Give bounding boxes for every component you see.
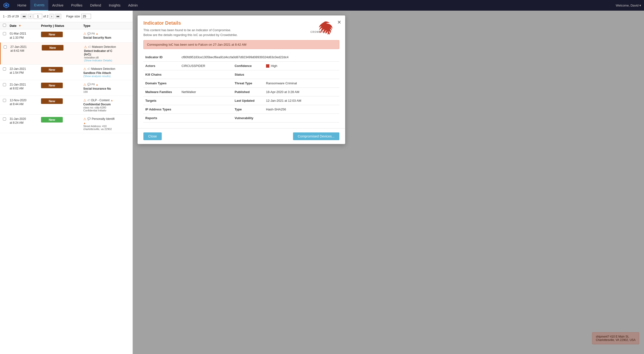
nav-events[interactable]: Events — [30, 0, 48, 11]
modal-close-button[interactable]: ✕ — [337, 19, 341, 25]
alert-icon: ⚠ — [83, 98, 86, 102]
status-badge: New — [41, 117, 63, 122]
show-analysis-link[interactable]: (Show analysis results) — [83, 75, 130, 78]
svg-text:STRIKE: STRIKE — [319, 31, 330, 33]
crowdstrike-logo-svg: CROWD STRIKE — [310, 20, 340, 35]
event-detail: Street Address: 410 — [83, 125, 130, 128]
indicator-id-value: cf80fd95183ce1305becf6ea91d4ccfa0d87d923… — [180, 53, 340, 62]
page-navigation: ⏮ ‹ of 2 › ⏭ — [21, 14, 61, 19]
domain-types-value — [180, 79, 233, 88]
event-type: ⚠ 🏷 Malware Detection Sandbox File Attac… — [83, 67, 130, 78]
row-checkbox[interactable] — [4, 45, 7, 49]
modal-title: Indicator Details — [144, 20, 310, 26]
status-badge: New — [41, 98, 63, 104]
event-title: Social Security Num — [83, 36, 130, 39]
event-detail: class no: cdip-6280 — [83, 106, 130, 109]
event-title: Detect Indicator of C(IoC): — [84, 49, 130, 56]
speech-icon: 💬 — [88, 117, 91, 120]
status-label: Status — [233, 70, 264, 79]
reports-label: Reports — [144, 114, 180, 122]
last-updated-label: Last Updated — [233, 96, 264, 105]
type-text: DLP - Content — [91, 99, 110, 102]
select-all-checkbox[interactable] — [3, 24, 6, 27]
ip-type-row: IP Address Types Type Hash-SHA256 — [144, 105, 340, 114]
targets-label: Targets — [144, 96, 180, 105]
next-page-button[interactable]: › — [50, 14, 54, 19]
event-date: 21-Jan-2021at 8:02 AM — [10, 83, 41, 91]
alert-icon: ⚠ — [83, 83, 86, 87]
main-area: 1 - 25 of 29 ⏮ ‹ of 2 › ⏭ Page size Date… — [0, 11, 644, 354]
page-size-label: Page size — [66, 15, 80, 18]
kill-chains-status-row: Kill Chains Status — [144, 70, 340, 79]
event-row[interactable]: 31-Jan-2020at 8:24 AM New ⚠ 💬 Personally… — [0, 114, 132, 133]
page-number-input[interactable] — [34, 14, 42, 19]
close-button[interactable]: Close — [144, 132, 162, 140]
nav-defend[interactable]: Defend — [86, 0, 105, 11]
event-date: 01-Mar-2021at 1:33 PM — [10, 32, 41, 40]
event-title: Social Insurance Nu — [83, 87, 130, 90]
type-value: Hash-SHA256 — [264, 105, 340, 114]
event-date: 31-Jan-2020at 8:24 AM — [10, 117, 41, 125]
status-badge: New — [42, 45, 64, 51]
app-logo — [3, 2, 10, 9]
of-pages-label: of 2 — [43, 15, 48, 18]
up-arrow-icon: ▲ — [96, 83, 98, 86]
event-type: ⚠ 🏷 Malware Detection Detect Indicator o… — [84, 45, 130, 62]
compromised-devices-button[interactable]: Compromised Devices... — [293, 132, 340, 140]
column-headers: Date ▼ Priority | Status Type — [0, 22, 132, 29]
event-row[interactable]: 01-Mar-2021at 1:33 PM New ⚠ 💬 PII ▲ Soci… — [0, 29, 132, 43]
first-page-button[interactable]: ⏮ — [21, 14, 27, 19]
page-size-input[interactable] — [81, 14, 91, 19]
modal-subtitle: This content has been found to be an Ind… — [144, 28, 310, 37]
up-arrow-icon: ▲ — [96, 32, 98, 35]
event-status: New — [41, 98, 83, 104]
event-date: 22-Jan-2021at 1:54 PM — [10, 67, 41, 75]
nav-admin[interactable]: Admin — [124, 0, 142, 11]
modal-overlay: Indicator Details This content has been … — [133, 11, 644, 354]
show-indicator-link[interactable]: (Show Indicator Details) — [84, 59, 130, 62]
welcome-user: Welcome, David ▾ — [616, 4, 641, 7]
confidence-color-indicator — [266, 64, 270, 68]
event-row[interactable]: 12-Nov-2020at 8:44 AM New ⚠ 🏷 DLP - Cont… — [0, 96, 132, 114]
row-checkbox[interactable] — [3, 32, 6, 35]
row-checkbox[interactable] — [3, 67, 6, 71]
type-column-header: Type — [83, 24, 90, 28]
date-column-header[interactable]: Date ▼ — [10, 24, 41, 28]
threat-type-value: Ransomware Criminal — [264, 79, 340, 88]
nav-profiles[interactable]: Profiles — [67, 0, 86, 11]
prev-page-button[interactable]: ‹ — [28, 14, 32, 19]
event-detail-extra: Confidential Initiativ — [83, 109, 130, 112]
status-badge: New — [41, 32, 63, 37]
nav-home[interactable]: Home — [14, 0, 30, 11]
row-checkbox[interactable] — [3, 83, 6, 86]
event-row[interactable]: 27-Jan-2021at 8:42 AM New ⚠ 🏷 Malware De… — [0, 43, 132, 65]
event-title: Confidential Docum — [83, 103, 130, 106]
event-status: New — [41, 32, 83, 37]
mailware-families-label: Mailware Families — [144, 88, 180, 96]
nav-insights[interactable]: Insights — [105, 0, 124, 11]
vulnerability-value — [264, 114, 340, 122]
last-page-button[interactable]: ⏭ — [55, 14, 61, 19]
priority-column-header[interactable]: Priority | Status — [41, 24, 83, 28]
event-detail-extra: charlottesville, va 22902 — [83, 128, 130, 130]
event-type: ⚠ 🏷 DLP - Content ▲ Confidential Docum c… — [83, 98, 130, 112]
event-row[interactable]: 22-Jan-2021at 1:54 PM New ⚠ 🏷 Malware De… — [0, 65, 132, 80]
event-type: ⚠ 💬 PII ▲ Social Security Num — [83, 32, 130, 39]
row-checkbox[interactable] — [3, 117, 6, 121]
type-label: Type — [233, 105, 264, 114]
event-status: New — [42, 45, 84, 51]
domain-threat-row: Domain Types Threat Type Ransomware Crim… — [144, 79, 340, 88]
actors-confidence-row: Actors CIRCUSSPIDER Confidence High — [144, 62, 340, 70]
row-checkbox[interactable] — [3, 99, 6, 102]
nav-archive[interactable]: Archive — [48, 0, 67, 11]
event-row[interactable]: 21-Jan-2021at 8:02 AM New ⚠ 💬 PII ▲ Soci… — [0, 80, 132, 96]
pagination-bar: 1 - 25 of 29 ⏮ ‹ of 2 › ⏭ Page size — [0, 11, 132, 22]
tag-icon: 🏷 — [88, 67, 90, 71]
actors-value: CIRCUSSPIDER — [180, 62, 233, 70]
domain-types-label: Domain Types — [144, 79, 180, 88]
pii-icon: 💬 PII — [88, 83, 95, 86]
type-text: Malware Detection — [91, 67, 115, 71]
event-detail: netwalker.dll — [84, 56, 130, 59]
page-range: 1 - 25 of 29 — [3, 15, 19, 18]
confidence-label: Confidence — [233, 62, 264, 70]
